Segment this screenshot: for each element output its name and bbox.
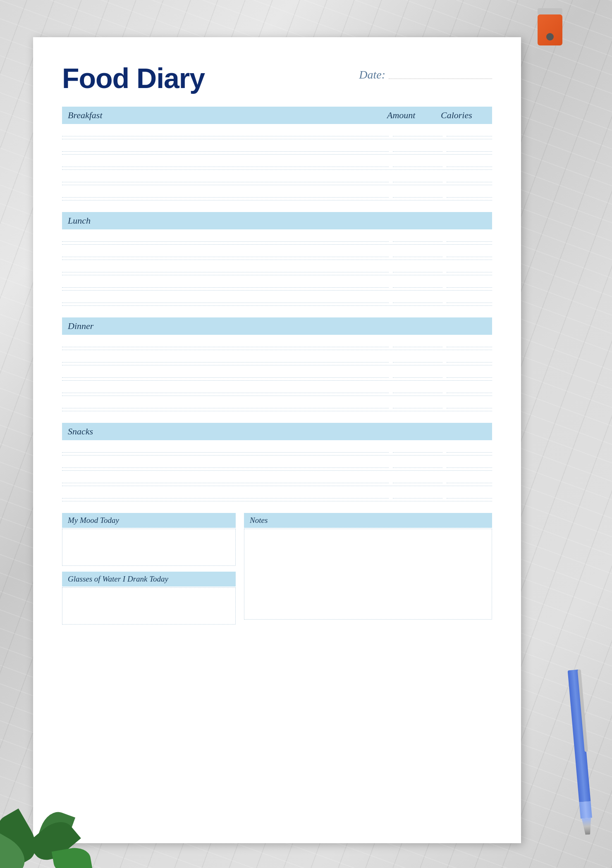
lunch-label: Lunch: [68, 215, 91, 226]
breakfast-section: Breakfast Amount Calories: [62, 107, 492, 200]
page-title: Food Diary: [62, 62, 205, 94]
dinner-header: Dinner: [62, 317, 492, 335]
notes-input-area[interactable]: [244, 529, 492, 620]
dinner-row-1: [62, 335, 492, 350]
breakfast-header: Breakfast Amount Calories: [62, 107, 492, 124]
paper-header: Food Diary Date:: [62, 62, 492, 94]
snacks-header: Snacks: [62, 423, 492, 440]
lunch-row-1: [62, 229, 492, 245]
lunch-row-2: [62, 245, 492, 260]
calories-col-header: Calories: [441, 110, 486, 121]
amount-col-header: Amount: [387, 110, 437, 121]
water-subsection: Glasses of Water I Drank Today: [62, 572, 236, 625]
snacks-row-2: [62, 455, 492, 471]
water-input-area[interactable]: [62, 587, 236, 625]
breakfast-row-4: [62, 170, 492, 185]
notes-header: Notes: [244, 513, 492, 528]
paper-document: Food Diary Date: Breakfast Amount Calori…: [33, 37, 521, 843]
date-section: Date:: [359, 68, 492, 81]
notes-subsection: Notes: [244, 513, 492, 625]
mood-header: My Mood Today: [62, 513, 236, 528]
sharpener-decoration: [538, 8, 562, 45]
breakfast-row-3: [62, 155, 492, 170]
dinner-row-2: [62, 350, 492, 365]
water-header: Glasses of Water I Drank Today: [62, 572, 236, 587]
breakfast-label: Breakfast: [68, 110, 387, 121]
dinner-row-3: [62, 365, 492, 381]
mood-input-area[interactable]: [62, 529, 236, 566]
date-input-line[interactable]: [389, 71, 492, 79]
breakfast-row-2: [62, 139, 492, 155]
snacks-section: Snacks: [62, 423, 492, 501]
snacks-label: Snacks: [68, 426, 93, 436]
breakfast-row-1: [62, 124, 492, 139]
mood-subsection: My Mood Today: [62, 513, 236, 566]
dinner-row-4: [62, 381, 492, 396]
dinner-label: Dinner: [68, 321, 93, 331]
snacks-row-1: [62, 440, 492, 455]
lunch-row-4: [62, 275, 492, 291]
bottom-section: My Mood Today Glasses of Water I Drank T…: [62, 513, 492, 625]
breakfast-row-5: [62, 185, 492, 200]
snacks-row-3: [62, 471, 492, 486]
lunch-header: Lunch: [62, 212, 492, 229]
mood-water-column: My Mood Today Glasses of Water I Drank T…: [62, 513, 236, 625]
snacks-row-4: [62, 486, 492, 501]
date-label: Date:: [359, 68, 385, 81]
lunch-section: Lunch: [62, 212, 492, 306]
dinner-section: Dinner: [62, 317, 492, 411]
plant-decoration: [0, 744, 83, 868]
lunch-row-3: [62, 260, 492, 275]
dinner-row-5: [62, 396, 492, 411]
lunch-row-5: [62, 291, 492, 306]
